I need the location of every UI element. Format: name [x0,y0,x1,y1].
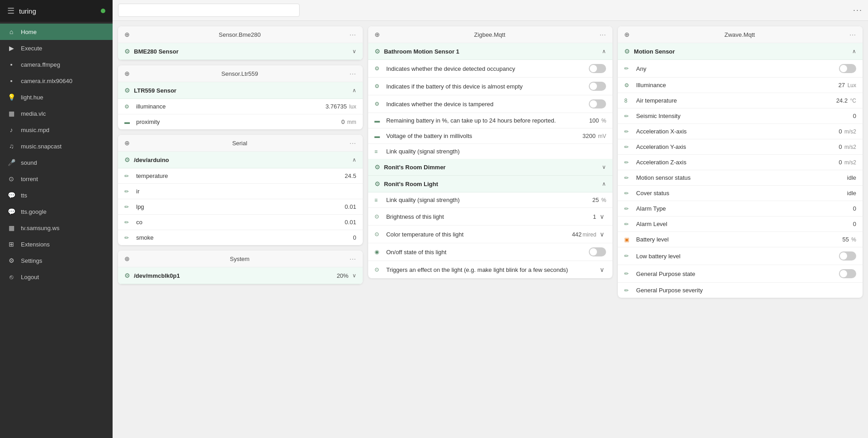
row-icon: 8 [624,98,631,104]
sidebar-item-camera-ir[interactable]: ▪camera.ir.mlx90640 [0,73,113,89]
section-header[interactable]: ⚙ Motion Sensor ∧ [618,43,863,60]
sidebar-item-extensions[interactable]: ⊞Extensions [0,236,113,252]
row-value: 442mired [572,231,597,238]
row-chevron[interactable]: ∨ [598,230,606,239]
sidebar-item-tts-google[interactable]: 💬tts.google [0,203,113,220]
toggle[interactable] [589,247,606,256]
section-gear-icon: ⚙ [124,48,130,55]
card-more-button[interactable]: ··· [350,31,356,38]
sidebar-item-logout[interactable]: ⎋Logout [0,269,113,285]
toggle[interactable] [839,269,856,278]
sidebar-item-media-vlc[interactable]: ▦media.vlc [0,105,113,122]
row-icon: ✏ [624,253,631,259]
toggle[interactable] [839,251,856,261]
sidebar-item-torrent[interactable]: ⊙torrent [0,171,113,187]
sidebar: ☰ turing ⌂Home▶Execute▪camera.ffmpeg▪cam… [0,0,113,438]
list-item: ⚙ Indicates whether the device detected … [368,60,613,78]
row-value: 0.01 [345,203,356,210]
list-item: ✏ General Purpose state [618,265,863,283]
row-label: General Purpose severity [636,287,852,294]
row-label: General Purpose state [636,271,834,277]
nav-label-music-mpd: music.mpd [21,127,105,133]
nav-label-home: Home [21,29,105,35]
card-header: ⊕ Serial ··· [118,135,363,152]
sidebar-item-settings[interactable]: ⚙Settings [0,252,113,269]
row-label: Indicates if the battery of this device … [386,83,585,90]
section-gear-icon: ⚙ [624,48,630,55]
section-chevron[interactable]: ∧ [352,157,356,163]
list-item: ⚙ Illuminance 27 Lux [618,78,863,93]
column-2: ⊕ Zigbee.Mqtt ··· ⚙ Bathroom Motion Sens… [368,26,613,278]
row-chevron[interactable]: ∨ [598,265,606,274]
section-header[interactable]: ⚙ /dev/arduino ∧ [118,152,363,168]
section-chevron[interactable]: ∧ [602,181,606,187]
main: ··· ⊕ Sensor.Bme280 ··· ⚙ BME280 Sensor … [113,0,868,438]
list-item: ✏ Motion sensor status idle [618,170,863,186]
section-chevron[interactable]: ∧ [352,87,356,94]
section-header[interactable]: ⚙ Bathroom Motion Sensor 1 ∧ [368,43,613,60]
sidebar-item-music-mpd[interactable]: ♪music.mpd [0,122,113,138]
row-label: Cover status [636,190,842,197]
card-more-button[interactable]: ··· [350,70,356,77]
nav-icon-tv-samsung: ▦ [7,224,15,231]
card-title: Zwave.Mqtt [633,31,846,38]
section-header[interactable]: ⚙ /dev/mmcblk0p1 20% ∨ [118,267,363,284]
row-value: 0 [853,221,856,227]
card-title: Serial [133,140,346,147]
section-header[interactable]: ⚙ Ronit's Room Dimmer ∨ [368,159,613,176]
sidebar-item-light-hue[interactable]: 💡light.hue [0,89,113,105]
sidebar-item-execute[interactable]: ▶Execute [0,40,113,56]
section-chevron[interactable]: ∧ [852,48,856,54]
sidebar-item-home[interactable]: ⌂Home [0,24,113,40]
sidebar-item-camera-ffmpeg[interactable]: ▪camera.ffmpeg [0,56,113,73]
list-item: ✏ Cover status idle [618,186,863,201]
row-icon: ✏ [624,287,631,294]
card: ⊕ Serial ··· ⚙ /dev/arduino ∧ ✏ temperat… [118,135,363,245]
menu-icon[interactable]: ☰ [7,6,15,16]
card-more-button[interactable]: ··· [849,31,856,38]
list-item: ✏ General Purpose severity [618,283,863,298]
list-item: ▬ Voltage of the battery in millivolts 3… [368,128,613,144]
sidebar-header: ☰ turing [0,0,113,22]
section-chevron[interactable]: ∨ [352,272,356,279]
nav-icon-tts-google: 💬 [7,208,15,215]
card-more-button[interactable]: ··· [350,139,356,147]
sidebar-item-tv-samsung[interactable]: ▦tv.samsung.ws [0,220,113,236]
row-icon: ▬ [124,119,132,125]
nav-label-torrent: torrent [21,176,105,182]
list-item: ▬ proximity 0 mm [118,114,363,129]
section-chevron[interactable]: ∧ [602,48,606,54]
list-item: ✏ Acceleration Y-axis 0 m/s2 [618,139,863,155]
nav-icon-sound: 🎤 [7,159,15,166]
topbar-more-button[interactable]: ··· [853,5,863,15]
card-title: Sensor.Ltr559 [133,70,346,77]
section-gear-icon: ⚙ [375,163,380,171]
section-chevron[interactable]: ∨ [602,164,606,170]
row-value: 1 [593,213,596,220]
nav-label-settings: Settings [21,257,105,264]
row-icon: ⊙ [375,231,382,237]
row-value: 0 [353,234,356,241]
toggle[interactable] [589,82,606,91]
toggle[interactable] [589,64,606,73]
section-header[interactable]: ⚙ BME280 Sensor ∨ [118,43,363,60]
toggle[interactable] [589,99,606,108]
card-more-button[interactable]: ··· [350,255,356,262]
sidebar-item-music-snapcast[interactable]: ♫music.snapcast [0,138,113,154]
section-chevron[interactable]: ∨ [352,48,356,54]
topbar: ··· [113,0,868,21]
row-value: 0 [853,205,856,212]
card-more-button[interactable]: ··· [600,31,607,38]
section-value: 20% [337,272,349,279]
toggle[interactable] [839,64,856,73]
section-header[interactable]: ⚙ Ronit's Room Light ∧ [368,176,613,192]
row-chevron[interactable]: ∨ [598,212,606,221]
row-icon: ✏ [624,271,631,277]
section-title: LTR559 Sensor [134,87,349,94]
sidebar-item-tts[interactable]: 💬tts [0,187,113,203]
search-input[interactable] [118,4,300,17]
section-title: Motion Sensor [634,48,848,55]
status-dot [101,9,105,13]
section-header[interactable]: ⚙ LTR559 Sensor ∧ [118,82,363,99]
sidebar-item-sound[interactable]: 🎤sound [0,154,113,171]
